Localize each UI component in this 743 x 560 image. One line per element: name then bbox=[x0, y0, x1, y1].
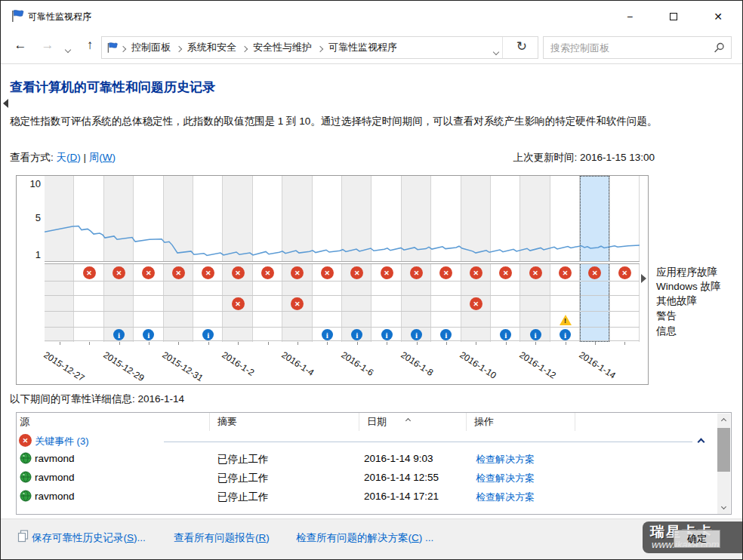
source-cell: ravmond bbox=[35, 472, 75, 483]
breadcrumb-item-security-maintenance[interactable]: 安全性与维护 bbox=[248, 41, 316, 54]
date-cell: 2016-1-14 9:03 bbox=[364, 453, 433, 464]
legend-warnings: 警告 bbox=[656, 309, 677, 323]
warning-mark-icon[interactable]: ! bbox=[559, 315, 572, 326]
graph-separator bbox=[45, 261, 640, 264]
x-axis-tick bbox=[506, 342, 507, 345]
table-row[interactable]: ravmond 已停止工作 2016-1-14 17:21 检查解决方案 bbox=[17, 487, 717, 506]
save-reliability-history-link[interactable]: 保存可靠性历史记录(S)... bbox=[32, 531, 146, 545]
table-row[interactable]: ravmond 已停止工作 2016-1-14 12:55 检查解决方案 bbox=[17, 468, 717, 487]
error-mark-icon[interactable]: ✕ bbox=[83, 266, 96, 279]
x-axis-tick bbox=[119, 342, 120, 345]
error-mark-icon[interactable]: ✕ bbox=[559, 266, 572, 279]
back-button[interactable]: ← bbox=[11, 38, 29, 53]
error-mark-icon[interactable]: ✕ bbox=[321, 266, 334, 279]
x-axis-tick bbox=[238, 342, 239, 345]
x-axis-tick bbox=[178, 342, 179, 345]
info-mark-icon[interactable]: i bbox=[113, 329, 125, 340]
search-box[interactable] bbox=[543, 36, 732, 59]
close-button[interactable]: ✕ bbox=[707, 9, 729, 24]
forward-button[interactable]: → bbox=[39, 38, 57, 53]
x-axis-tick bbox=[149, 342, 150, 345]
warning-exclamation: ! bbox=[559, 317, 572, 325]
error-mark-icon[interactable]: ✕ bbox=[410, 266, 423, 279]
save-history-icon bbox=[17, 530, 29, 543]
check-all-solutions-link[interactable]: 检查所有问题的解决方案(C) ... bbox=[296, 531, 433, 545]
error-mark-icon[interactable]: ✕ bbox=[172, 266, 185, 279]
scrollbar-down-icon[interactable] bbox=[717, 502, 730, 514]
x-axis-tick bbox=[566, 342, 566, 345]
summary-cell: 已停止工作 bbox=[217, 491, 269, 504]
x-axis-tick bbox=[595, 342, 596, 345]
x-axis-label: 2016-1-12 bbox=[517, 349, 558, 381]
error-mark-icon[interactable]: ✕ bbox=[470, 297, 482, 310]
ravmond-app-icon bbox=[20, 452, 32, 464]
app-flag-icon bbox=[11, 9, 26, 23]
breadcrumb-item-control-panel[interactable]: 控制面板 bbox=[127, 41, 175, 54]
breadcrumb-item-reliability-monitor[interactable]: 可靠性监视程序 bbox=[324, 41, 402, 54]
error-mark-icon[interactable]: ✕ bbox=[529, 266, 542, 279]
sort-ascending-icon bbox=[406, 414, 414, 418]
x-axis-tick bbox=[357, 342, 358, 345]
info-mark-icon[interactable]: i bbox=[322, 329, 333, 340]
x-axis-label: 2015-12-27 bbox=[42, 349, 86, 383]
error-mark-icon[interactable]: ✕ bbox=[232, 297, 245, 310]
ok-button[interactable]: 确定 bbox=[674, 530, 720, 548]
x-axis-label: 2015-12-29 bbox=[101, 349, 146, 383]
info-mark-icon[interactable]: i bbox=[411, 329, 422, 340]
scrollbar-thumb[interactable] bbox=[717, 428, 730, 472]
x-axis-tick bbox=[387, 342, 387, 345]
info-mark-icon[interactable]: i bbox=[530, 329, 541, 340]
row-grid-line bbox=[45, 295, 640, 296]
error-mark-icon[interactable]: ✕ bbox=[470, 266, 482, 279]
footer-bar: 保存可靠性历史记录(S)... 查看所有问题报告(R) 检查所有问题的解决方案(… bbox=[1, 518, 742, 560]
breadcrumb-chevron-icon bbox=[242, 42, 247, 54]
error-mark-icon[interactable]: ✕ bbox=[232, 266, 245, 279]
x-axis-tick bbox=[327, 342, 328, 345]
check-solution-link[interactable]: 检查解决方案 bbox=[476, 491, 535, 504]
error-mark-icon[interactable]: ✕ bbox=[261, 266, 274, 279]
maximize-button[interactable] bbox=[662, 9, 685, 24]
view-by-days-link[interactable]: 天(D) bbox=[57, 152, 81, 163]
breadcrumb-dropdown-icon[interactable] bbox=[494, 45, 498, 57]
column-header-source[interactable]: 源 bbox=[17, 413, 210, 431]
source-cell: ravmond bbox=[35, 491, 75, 502]
scrollbar-up-icon[interactable] bbox=[717, 414, 730, 426]
info-mark-icon[interactable]: i bbox=[381, 329, 393, 340]
check-solution-link[interactable]: 检查解决方案 bbox=[476, 453, 535, 466]
view-mode-label: 查看方式: bbox=[10, 152, 54, 163]
refresh-icon[interactable]: ↻ bbox=[516, 38, 527, 54]
navigation-bar: ← → ↑ 控制面板 系统和安全 安全性与维护 可靠性监视程序 ↻ bbox=[1, 31, 742, 64]
view-by-weeks-link[interactable]: 周(W) bbox=[89, 152, 116, 163]
table-row[interactable]: ravmond 已停止工作 2016-1-14 9:03 检查解决方案 bbox=[17, 449, 717, 468]
minimize-button[interactable]: − bbox=[618, 9, 641, 24]
x-axis-label: 2015-12-31 bbox=[161, 349, 205, 383]
check-solution-link[interactable]: 检查解决方案 bbox=[476, 472, 535, 485]
page-description: 稳定性指数可评估系统的总体稳定性，此指数的取值范围是 1 到 10。通过选择特定… bbox=[10, 115, 727, 128]
vertical-scrollbar bbox=[717, 414, 730, 514]
column-header-action[interactable]: 操作 bbox=[467, 413, 575, 431]
history-dropdown-icon[interactable] bbox=[66, 43, 70, 54]
view-bar: 查看方式: 天(D) | 周(W) 上次更新时间: 2016-1-15 13:0… bbox=[10, 151, 655, 166]
search-icon[interactable] bbox=[714, 42, 725, 54]
up-button[interactable]: ↑ bbox=[81, 38, 99, 53]
error-mark-icon[interactable]: ✕ bbox=[113, 266, 125, 279]
x-axis-tick bbox=[446, 342, 447, 345]
x-axis-tick bbox=[624, 342, 625, 345]
legend-other-failures: 其他故障 bbox=[656, 294, 697, 308]
chart-scroll-left-icon[interactable] bbox=[3, 99, 8, 108]
x-axis-tick bbox=[417, 342, 418, 345]
details-table: 源 摘要 日期 操作 ✕ 关键事件 (3) ravmond 已停止工作 2016… bbox=[16, 412, 732, 515]
breadcrumb-item-system-security[interactable]: 系统和安全 bbox=[183, 41, 241, 54]
column-header-summary[interactable]: 摘要 bbox=[210, 413, 359, 431]
collapse-group-icon[interactable] bbox=[698, 435, 709, 443]
error-mark-icon[interactable]: ✕ bbox=[618, 266, 631, 279]
x-axis-label: 2016-1-14 bbox=[577, 349, 618, 381]
error-mark-icon[interactable]: ✕ bbox=[381, 266, 393, 279]
view-all-problem-reports-link[interactable]: 查看所有问题报告(R) bbox=[174, 531, 270, 545]
info-mark-icon[interactable]: i bbox=[560, 329, 571, 340]
search-input[interactable] bbox=[544, 37, 731, 58]
breadcrumb-flag-icon[interactable] bbox=[106, 42, 119, 54]
critical-events-group-row[interactable]: ✕ 关键事件 (3) bbox=[17, 432, 717, 449]
chart-scroll-right-icon[interactable] bbox=[641, 274, 646, 283]
y-axis-tick: 1 bbox=[17, 249, 41, 260]
